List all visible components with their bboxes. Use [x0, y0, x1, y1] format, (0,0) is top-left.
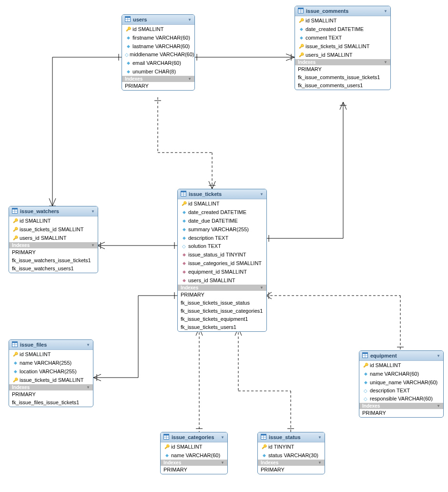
- svg-line-28: [97, 246, 105, 249]
- column-icon: [125, 51, 129, 58]
- table-column: id SMALLINT: [359, 361, 443, 369]
- table-header[interactable]: issue_categories▼: [161, 432, 227, 442]
- column-filled-icon: [163, 451, 170, 459]
- chevron-down-icon: ▼: [260, 192, 264, 196]
- columns-list: id SMALLINTname VARCHAR(255)location VAR…: [9, 350, 93, 384]
- index-row: fk_issue_watchers_users1: [9, 265, 98, 273]
- indexes-header[interactable]: Indexes▼: [359, 403, 443, 409]
- table-column: middlename VARCHAR(60): [122, 51, 194, 59]
- column-icon: [362, 395, 369, 402]
- table-icon: [181, 191, 186, 196]
- table-column: id SMALLINT: [161, 442, 227, 451]
- index-row: PRIMARY: [178, 291, 266, 299]
- indexes-header[interactable]: Indexes▼: [178, 285, 266, 291]
- table-column: status VARCHAR(30): [258, 451, 325, 460]
- table-column: summary VARCHAR(255): [178, 225, 266, 234]
- index-row: PRIMARY: [295, 65, 390, 73]
- table-column: id SMALLINT: [9, 350, 93, 359]
- indexes-header[interactable]: Indexes▼: [9, 242, 98, 248]
- column-filled-icon: [12, 368, 19, 375]
- key-icon: [12, 350, 19, 358]
- index-row: fk_issue_comments_users1: [295, 82, 390, 90]
- table-column: issue_tickets_id SMALLINT: [9, 376, 93, 384]
- column-filled-icon: [181, 217, 187, 225]
- table-equipment[interactable]: equipment▼id SMALLINTname VARCHAR(60)uni…: [359, 350, 444, 418]
- chevron-down-icon: ▼: [188, 77, 192, 81]
- indexes-header[interactable]: Indexes▼: [9, 384, 93, 390]
- table-column: issue_tickets_id SMALLINT: [295, 42, 390, 51]
- table-column: name VARCHAR(60): [359, 369, 443, 378]
- fk-icon: [181, 251, 187, 258]
- table-icon: [163, 434, 169, 440]
- table-column: name VARCHAR(255): [9, 359, 93, 367]
- index-row: fk_issue_watchers_issue_tickets1: [9, 256, 98, 265]
- indexes-header[interactable]: Indexes▼: [258, 460, 325, 466]
- column-filled-icon: [181, 208, 187, 216]
- chevron-down-icon: ▼: [384, 60, 387, 64]
- column-filled-icon: [298, 25, 305, 33]
- fk-icon: [181, 268, 187, 276]
- table-column: id SMALLINT: [9, 216, 98, 225]
- table-header[interactable]: issue_files▼: [9, 340, 93, 350]
- table-icon: [125, 16, 131, 22]
- chevron-down-icon: ▼: [384, 9, 387, 13]
- table-issue_comments[interactable]: issue_comments▼id SMALLINTdate_created D…: [295, 6, 391, 90]
- indexes-header[interactable]: Indexes▼: [161, 460, 227, 466]
- key-icon: [298, 42, 305, 50]
- index-row: fk_issue_tickets_users1: [178, 323, 266, 331]
- columns-list: id SMALLINTfirstname VARCHAR(60)lastname…: [122, 25, 194, 76]
- table-column: id SMALLINT: [178, 199, 266, 208]
- table-header[interactable]: equipment▼: [359, 351, 443, 361]
- table-issue_files[interactable]: issue_files▼id SMALLINTname VARCHAR(255)…: [9, 339, 93, 407]
- chevron-down-icon: ▼: [318, 461, 322, 465]
- table-column: equipment_id SMALLINT: [178, 267, 266, 276]
- key-icon: [125, 25, 132, 33]
- chevron-down-icon: ▼: [86, 385, 90, 390]
- table-column: email VARCHAR(60): [122, 59, 194, 67]
- svg-line-35: [93, 378, 101, 381]
- fk-icon: [181, 259, 187, 267]
- column-icon: [181, 243, 187, 250]
- er-diagram-canvas: users▼id SMALLINTfirstname VARCHAR(60)la…: [0, 0, 448, 492]
- table-header[interactable]: issue_watchers▼: [9, 206, 98, 216]
- table-title: issue_comments: [306, 8, 348, 14]
- key-icon: [12, 226, 19, 233]
- svg-line-22: [340, 102, 343, 110]
- table-column: location VARCHAR(255): [9, 367, 93, 376]
- column-filled-icon: [181, 234, 187, 242]
- columns-list: id SMALLINTdate_created DATETIMEdate_due…: [178, 199, 266, 285]
- chevron-down-icon: ▼: [260, 286, 264, 290]
- index-row: PRIMARY: [9, 390, 93, 399]
- key-icon: [362, 361, 369, 369]
- chevron-down-icon: ▼: [437, 404, 440, 408]
- key-icon: [298, 51, 305, 59]
- table-users[interactable]: users▼id SMALLINTfirstname VARCHAR(60)la…: [122, 14, 195, 91]
- indexes-header[interactable]: Indexes▼: [122, 76, 194, 82]
- table-header[interactable]: users▼: [122, 15, 194, 25]
- fk-icon: [181, 277, 187, 284]
- indexes-header[interactable]: Indexes▼: [295, 59, 390, 65]
- chevron-down-icon: ▼: [91, 209, 95, 214]
- index-row: PRIMARY: [258, 466, 325, 474]
- table-column: description TEXT: [178, 234, 266, 242]
- table-header[interactable]: issue_tickets▼: [178, 189, 266, 199]
- table-issue_status[interactable]: issue_status▼id TINYINTstatus VARCHAR(30…: [257, 432, 325, 474]
- key-icon: [261, 443, 267, 451]
- table-column: description TEXT: [359, 387, 443, 395]
- table-header[interactable]: issue_status▼: [258, 432, 325, 442]
- table-icon: [12, 341, 18, 347]
- columns-list: id SMALLINTname VARCHAR(60)unique_name V…: [359, 361, 443, 403]
- table-issue_tickets[interactable]: issue_tickets▼id SMALLINTdate_created DA…: [177, 189, 267, 332]
- index-row: fk_issue_tickets_issue_status: [178, 299, 266, 307]
- columns-list: id TINYINTstatus VARCHAR(30): [258, 442, 325, 460]
- chevron-down-icon: ▼: [221, 461, 224, 465]
- index-row: fk_issue_tickets_equipment1: [178, 315, 266, 323]
- table-issue_watchers[interactable]: issue_watchers▼id SMALLINTissue_tickets_…: [9, 206, 98, 273]
- svg-line-23: [343, 102, 346, 110]
- column-filled-icon: [181, 226, 187, 233]
- table-header[interactable]: issue_comments▼: [295, 6, 390, 16]
- table-title: users: [133, 17, 147, 22]
- table-issue_categories[interactable]: issue_categories▼id SMALLINTname VARCHAR…: [160, 432, 228, 474]
- index-row: PRIMARY: [122, 82, 194, 90]
- columns-list: id SMALLINTdate_created DATETIMEcomment …: [295, 16, 390, 59]
